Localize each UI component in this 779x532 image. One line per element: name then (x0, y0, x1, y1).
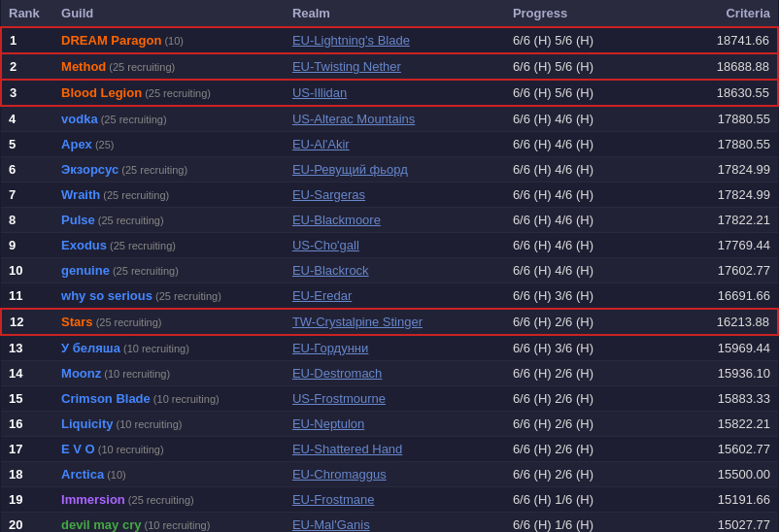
progress-value: 6/6 (H) 2/6 (H) (513, 366, 593, 381)
progress-cell: 6/6 (H) 4/6 (H) (505, 258, 673, 283)
guild-name[interactable]: Apex (61, 137, 92, 151)
guild-info: (25 recruiting) (152, 290, 221, 302)
realm-link[interactable]: EU-Chromaggus (292, 467, 387, 482)
guild-info: (10 recruiting) (95, 444, 164, 455)
realm-link[interactable]: EU-Гордунни (292, 341, 368, 355)
rank-cell: 12 (1, 309, 53, 335)
guild-name[interactable]: DREAM Paragon (61, 33, 161, 48)
table-row: 2Method (25 recruiting)EU-Twisting Nethe… (1, 53, 778, 80)
realm-link[interactable]: EU-Destromach (292, 366, 382, 381)
table-row: 11why so serious (25 recruiting)EU-Ereda… (1, 283, 778, 310)
rank-number: 2 (10, 59, 17, 74)
header-guild: Guild (53, 0, 285, 27)
criteria-cell: 15822.21 (673, 412, 778, 437)
criteria-value: 17769.44 (718, 238, 770, 252)
guild-name[interactable]: Pulse (61, 213, 95, 227)
rank-cell: 14 (1, 361, 53, 386)
criteria-cell: 17602.77 (673, 258, 778, 283)
realm-link[interactable]: EU-Neptulon (292, 416, 364, 431)
progress-value: 6/6 (H) 3/6 (H) (513, 288, 593, 303)
rank-cell: 20 (1, 513, 53, 533)
realm-link[interactable]: EU-Mal'Ganis (292, 517, 370, 532)
realm-link[interactable]: US-Cho'gall (292, 238, 359, 252)
criteria-value: 17602.77 (718, 263, 770, 278)
realm-cell: EU-Al'Akir (285, 132, 505, 157)
guild-name[interactable]: Exodus (61, 238, 107, 252)
progress-cell: 6/6 (H) 4/6 (H) (505, 208, 673, 233)
criteria-cell: 16691.66 (673, 283, 778, 310)
realm-link[interactable]: EU-Frostmane (292, 492, 375, 507)
guild-name[interactable]: why so serious (61, 288, 152, 303)
realm-link[interactable]: EU-Sargeras (292, 187, 365, 202)
guild-cell: Liquicity (10 recruiting) (53, 412, 285, 437)
progress-cell: 6/6 (H) 2/6 (H) (505, 309, 673, 335)
guild-name[interactable]: Immersion (61, 492, 125, 507)
realm-link[interactable]: TW-Crystalpine Stinger (292, 315, 423, 329)
realm-link[interactable]: EU-Shattered Hand (292, 442, 402, 456)
realm-link[interactable]: US-Frostmourne (292, 391, 386, 406)
guild-cell: Apex (25) (53, 132, 285, 157)
rank-number: 9 (9, 238, 16, 252)
realm-cell: US-Frostmourne (285, 386, 505, 412)
guild-name[interactable]: Method (61, 59, 106, 74)
guild-name[interactable]: Moonz (61, 366, 101, 381)
guild-info: (10) (104, 469, 126, 481)
rank-number: 12 (10, 315, 23, 329)
progress-value: 6/6 (H) 2/6 (H) (513, 467, 593, 482)
realm-cell: EU-Sargeras (285, 183, 505, 208)
guild-name[interactable]: E V O (61, 442, 95, 456)
guild-name[interactable]: Arctica (61, 467, 104, 482)
rank-number: 6 (9, 162, 16, 177)
criteria-value: 15969.44 (718, 341, 770, 355)
progress-value: 6/6 (H) 2/6 (H) (513, 442, 593, 456)
rank-cell: 2 (1, 53, 53, 80)
guild-name[interactable]: У беляша (61, 341, 120, 355)
criteria-value: 16691.66 (718, 288, 770, 303)
guild-name[interactable]: Wraith (61, 187, 100, 202)
guild-name[interactable]: Crimson Blade (61, 391, 151, 406)
rank-number: 19 (9, 492, 22, 507)
rank-cell: 1 (1, 27, 53, 53)
criteria-value: 15936.10 (718, 366, 770, 381)
realm-link[interactable]: EU-Al'Akir (292, 137, 350, 151)
realm-link[interactable]: EU-Eredar (292, 288, 352, 303)
criteria-value: 18741.66 (717, 33, 769, 48)
guild-name[interactable]: devil may cry (61, 517, 141, 532)
criteria-cell: 17822.21 (673, 208, 778, 233)
progress-cell: 6/6 (H) 3/6 (H) (505, 335, 673, 361)
progress-value: 6/6 (H) 5/6 (H) (513, 33, 593, 48)
realm-cell: EU-Twisting Nether (285, 53, 505, 80)
guild-name[interactable]: Stars (61, 315, 93, 329)
guild-info: (25 recruiting) (106, 61, 175, 73)
criteria-value: 17880.55 (718, 137, 770, 151)
realm-link[interactable]: EU-Ревущий фьорд (292, 162, 408, 177)
guild-name[interactable]: vodka (61, 112, 98, 126)
guild-cell: Crimson Blade (10 recruiting) (53, 386, 285, 412)
rank-cell: 5 (1, 132, 53, 157)
realm-link[interactable]: US-Alterac Mountains (292, 112, 415, 126)
criteria-value: 16213.88 (717, 315, 769, 329)
realm-link[interactable]: EU-Lightning's Blade (292, 33, 410, 48)
guild-cell: У беляша (10 recruiting) (53, 335, 285, 361)
rankings-container: Rank Guild Realm Progress Criteria 1DREA… (0, 0, 779, 532)
guild-name[interactable]: Экзорсус (61, 162, 119, 177)
realm-cell: US-Illidan (285, 80, 505, 106)
realm-link[interactable]: EU-Twisting Nether (292, 59, 401, 74)
guild-info: (10 recruiting) (101, 368, 170, 380)
guild-name[interactable]: Blood Legion (61, 85, 142, 100)
guild-name[interactable]: Liquicity (61, 416, 113, 431)
progress-cell: 6/6 (H) 3/6 (H) (505, 283, 673, 310)
progress-value: 6/6 (H) 4/6 (H) (513, 213, 593, 227)
progress-value: 6/6 (H) 1/6 (H) (513, 517, 593, 532)
realm-link[interactable]: US-Illidan (292, 85, 347, 100)
realm-link[interactable]: EU-Blackrock (292, 263, 369, 278)
realm-link[interactable]: EU-Blackmoore (292, 213, 381, 227)
table-row: 7Wraith (25 recruiting)EU-Sargeras6/6 (H… (1, 183, 778, 208)
criteria-cell: 17824.99 (673, 183, 778, 208)
progress-cell: 6/6 (H) 4/6 (H) (505, 132, 673, 157)
guild-name[interactable]: genuine (61, 263, 110, 278)
criteria-value: 15883.33 (718, 391, 770, 406)
rank-number: 18 (9, 467, 22, 482)
guild-info: (10 recruiting) (141, 519, 210, 531)
criteria-cell: 15602.77 (673, 437, 778, 462)
